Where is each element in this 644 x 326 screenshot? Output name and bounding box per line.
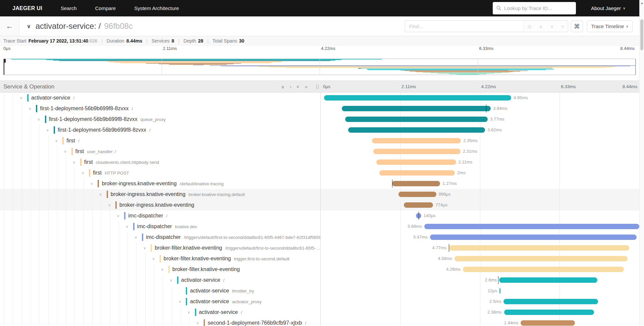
span-duration-bar[interactable] xyxy=(342,106,491,111)
span-timeline-cell[interactable]: 5.47ms xyxy=(320,232,639,243)
span-timeline-cell[interactable]: 1.44ms xyxy=(320,318,639,326)
span-timeline-cell[interactable]: 1.27ms xyxy=(320,178,639,189)
span-name-cell[interactable]: ∨imc-dispatcher/triggers/default/first-t… xyxy=(0,232,320,243)
span-name-cell[interactable]: ∨imc-dispatcher/ xyxy=(0,210,320,221)
span-timeline-cell[interactable]: 4.58ms xyxy=(320,253,639,264)
scrollbar-thumb[interactable] xyxy=(640,19,643,50)
span-timeline-cell[interactable]: 4.26ms xyxy=(320,264,639,275)
trace-view-selector[interactable]: Trace Timeline ∨ xyxy=(587,20,633,32)
span-name-cell[interactable]: ∨activator-service/ xyxy=(0,275,320,285)
back-button[interactable]: ← xyxy=(0,16,19,36)
find-clear-icon[interactable]: × xyxy=(561,24,564,29)
find-next-icon[interactable]: ∨ xyxy=(550,24,553,29)
span-name-cell[interactable]: ∨second-1-deployment-766b9cfb97-xjtxb/ xyxy=(0,318,320,326)
span-duration-bar[interactable] xyxy=(376,159,456,165)
span-name-cell[interactable]: ∨firstuser_handler: / xyxy=(0,146,320,157)
span-collapse-chevron-icon[interactable]: ∨ xyxy=(152,253,155,264)
find-match-case-icon[interactable]: ◎ xyxy=(527,24,531,29)
span-duration-bar[interactable] xyxy=(430,235,637,240)
vertical-scrollbar[interactable]: ▲ xyxy=(639,0,644,326)
span-collapse-chevron-icon[interactable]: ∨ xyxy=(55,135,58,146)
nav-search-link[interactable]: Search xyxy=(61,5,77,11)
span-row[interactable]: ∨second-1-deployment-766b9cfb97-xjtxb/1.… xyxy=(0,318,644,326)
span-row[interactable]: ∨broker-ingress.knative-eventingbroker:k… xyxy=(0,189,644,200)
span-row[interactable]: ∨activator-service/2.6ms xyxy=(0,275,644,285)
trace-id-search-box[interactable]: Lookup by Trace ID... xyxy=(493,2,576,14)
span-row[interactable]: ∨broker-ingress.knative-eventing/default… xyxy=(0,178,644,189)
span-collapse-chevron-icon[interactable]: ∨ xyxy=(170,275,172,285)
span-duration-bar[interactable] xyxy=(499,288,500,294)
span-duration-bar[interactable] xyxy=(503,299,598,304)
span-collapse-chevron-icon[interactable]: ∨ xyxy=(82,168,84,178)
span-duration-bar[interactable] xyxy=(379,170,455,176)
span-timeline-cell[interactable]: 2.31ms xyxy=(320,146,639,157)
span-collapse-chevron-icon[interactable]: ∨ xyxy=(178,296,181,307)
span-collapse-chevron-icon[interactable]: ∨ xyxy=(73,157,75,168)
span-duration-bar[interactable] xyxy=(324,95,511,101)
span-timeline-cell[interactable]: 3.94ms xyxy=(320,103,639,114)
span-name-cell[interactable]: ∨firstcloudevents.client.httpbody send xyxy=(0,157,320,168)
span-duration-bar[interactable] xyxy=(345,117,488,122)
span-name-cell[interactable]: ∨activator-service/ xyxy=(0,92,320,103)
span-row[interactable]: ∨imc-dispatcher/140μs xyxy=(0,210,644,221)
span-timeline-cell[interactable]: 3.62ms xyxy=(320,125,639,135)
span-collapse-chevron-icon[interactable]: ∨ xyxy=(29,103,31,114)
span-collapse-chevron-icon[interactable]: ∨ xyxy=(20,92,22,103)
keyboard-shortcuts-button[interactable]: ⌘ xyxy=(571,20,583,32)
span-timeline-cell[interactable]: 999μs xyxy=(320,189,639,200)
span-collapse-chevron-icon[interactable]: ∨ xyxy=(135,232,137,243)
span-duration-bar[interactable] xyxy=(398,192,436,197)
span-row[interactable]: ∨firstcloudevents.client.httpbody send2.… xyxy=(0,157,644,168)
span-duration-bar[interactable] xyxy=(463,267,624,272)
span-row[interactable]: ∨broker-filter.knative-eventing/triggers… xyxy=(0,243,644,253)
span-collapse-chevron-icon[interactable]: ∨ xyxy=(99,189,102,200)
span-name-cell[interactable]: ∨broker-ingress.knative-eventingbroker:k… xyxy=(0,189,320,200)
span-row[interactable]: ∨imc-dispatcherknative.dev5.69ms xyxy=(0,221,644,232)
span-duration-bar[interactable] xyxy=(499,277,597,283)
span-timeline-cell[interactable]: 12μs xyxy=(320,285,639,296)
span-timeline-cell[interactable]: 4.95ms xyxy=(320,92,639,103)
span-row[interactable]: ∨first-1-deployment-56b9b699f8-8zvxx/3.9… xyxy=(0,103,644,114)
jaeger-logo[interactable]: JAEGER UI xyxy=(12,5,42,11)
span-duration-bar[interactable] xyxy=(392,181,440,186)
span-collapse-chevron-icon[interactable]: ∨ xyxy=(126,221,128,232)
span-row[interactable]: activator-servicethrottler_try12μs xyxy=(0,285,644,296)
span-collapse-chevron-icon[interactable]: ∨ xyxy=(90,178,93,189)
span-name-cell[interactable]: ∨activator-service/ xyxy=(0,307,320,318)
expand-all-icon[interactable]: » xyxy=(305,84,308,89)
span-row[interactable]: ∨activator-service/2.38ms xyxy=(0,307,644,318)
span-name-cell[interactable]: ∨broker-filter.knative-eventing/triggers… xyxy=(0,243,320,253)
span-timeline-cell[interactable]: 140μs xyxy=(320,210,639,221)
span-duration-bar[interactable] xyxy=(449,245,629,251)
span-duration-bar[interactable] xyxy=(504,310,594,315)
span-row[interactable]: ∨first/2.35ms xyxy=(0,135,644,146)
span-row[interactable]: ∨broker-filter.knative-eventing4.26ms xyxy=(0,264,644,275)
span-row[interactable]: ∨first-1-deployment-56b9b699f8-8zvxxqueu… xyxy=(0,114,644,125)
span-row[interactable]: ∨activator-serviceactivator_proxy2.5ms xyxy=(0,296,644,307)
span-timeline-cell[interactable]: 2.6ms xyxy=(320,275,639,285)
span-row[interactable]: ∨firstuser_handler: /2.31ms xyxy=(0,146,644,157)
span-collapse-chevron-icon[interactable]: ∨ xyxy=(64,146,67,157)
find-input[interactable] xyxy=(405,21,523,32)
span-name-cell[interactable]: ∨broker-filter.knative-eventingtrigger:f… xyxy=(0,253,320,264)
span-name-cell[interactable]: ∨first/ xyxy=(0,135,320,146)
trace-minimap[interactable] xyxy=(3,59,636,75)
collapse-all-icon[interactable]: » xyxy=(296,85,301,88)
span-name-cell[interactable]: ∨broker-ingress.knative-eventing/default… xyxy=(0,178,320,189)
span-collapse-chevron-icon[interactable]: ∨ xyxy=(143,243,146,253)
span-name-cell[interactable]: ∨broker-ingress.knative-eventing xyxy=(0,200,320,210)
span-timeline-cell[interactable]: 2ms xyxy=(320,168,639,178)
span-duration-bar[interactable] xyxy=(373,149,461,154)
collapse-one-icon[interactable]: ∨ xyxy=(281,84,284,89)
span-timeline-cell[interactable]: 2.11ms xyxy=(320,157,639,168)
span-row[interactable]: ∨activator-service/4.95ms xyxy=(0,92,644,103)
span-name-cell[interactable]: ∨broker-filter.knative-eventing xyxy=(0,264,320,275)
about-jaeger-menu[interactable]: About Jaeger ∨ xyxy=(591,0,626,16)
span-name-cell[interactable]: activator-servicethrottler_try xyxy=(0,285,320,296)
span-collapse-chevron-icon[interactable]: ∨ xyxy=(108,200,111,210)
span-row[interactable]: ∨first-1-deployment-56b9b699f8-8zvxx/3.6… xyxy=(0,125,644,135)
span-collapse-chevron-icon[interactable]: ∨ xyxy=(187,307,190,318)
span-row[interactable]: ∨broker-ingress.knative-eventing774μs xyxy=(0,200,644,210)
span-collapse-chevron-icon[interactable]: ∨ xyxy=(117,210,119,221)
span-timeline-cell[interactable]: 5.69ms xyxy=(320,221,639,232)
